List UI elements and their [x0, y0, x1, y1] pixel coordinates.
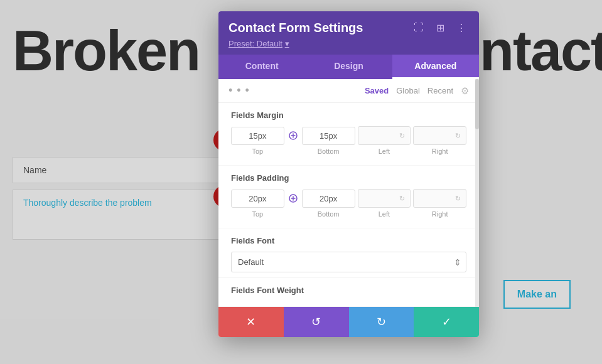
modal-title: Contact Form Settings [228, 21, 363, 35]
padding-right-label: Right [413, 210, 466, 218]
modal-preset[interactable]: Preset: Default ▾ [228, 39, 469, 48]
margin-right-empty: ↻ [413, 126, 466, 145]
margin-right-label: Right [413, 147, 466, 155]
margin-top-input[interactable] [231, 127, 284, 145]
fields-margin-section: Fields Margin ↻ ↻ Top [218, 103, 479, 166]
fields-padding-inputs: ↻ ↻ [231, 189, 466, 208]
tab-design[interactable]: Design [305, 55, 392, 79]
padding-right-empty: ↻ [413, 189, 466, 208]
fields-padding-section: Fields Padding ↻ ↻ Top [218, 166, 479, 228]
fields-font-weight-label: Fields Font Weight [231, 286, 466, 295]
settings-gear-icon[interactable]: ⚙ [461, 85, 469, 97]
modal-body: • • • Saved Global Recent ⚙ Fields Margi… [218, 79, 479, 307]
margin-link-icon[interactable] [287, 131, 299, 141]
margin-bottom-label: Bottom [302, 147, 355, 155]
layout-icon[interactable]: ⊞ [433, 20, 448, 35]
modal-tabs: Content Design Advanced [218, 55, 479, 79]
fields-font-label: Fields Font [231, 236, 466, 245]
modal-header: Contact Form Settings ⛶ ⊞ ⋮ Preset: Defa… [218, 11, 479, 55]
settings-bar: • • • Saved Global Recent ⚙ [218, 79, 479, 103]
fields-margin-label: Fields Margin [231, 110, 466, 120]
padding-bottom-label: Bottom [302, 210, 355, 218]
tab-content[interactable]: Content [218, 55, 305, 79]
modal-header-icons: ⛶ ⊞ ⋮ [411, 20, 469, 35]
fields-padding-labels: Top Bottom Left Right [231, 210, 466, 218]
padding-top-label: Top [231, 210, 284, 218]
contact-form-settings-modal: Contact Form Settings ⛶ ⊞ ⋮ Preset: Defa… [218, 11, 479, 337]
fields-font-select[interactable]: Default Open Sans Roboto Lato Montserrat [231, 252, 466, 272]
margin-left-label: Left [358, 147, 411, 155]
expand-icon[interactable]: ⛶ [411, 20, 426, 35]
cancel-button[interactable]: ✕ [218, 307, 284, 337]
fields-font-weight-section: Fields Font Weight [218, 278, 479, 307]
redo-button[interactable]: ↻ [349, 307, 414, 337]
saved-link[interactable]: Saved [365, 86, 389, 95]
padding-link-icon[interactable] [287, 193, 299, 203]
padding-top-input[interactable] [231, 190, 284, 208]
settings-dots: • • • [228, 84, 250, 97]
global-link[interactable]: Global [396, 86, 420, 95]
fields-margin-labels: Top Bottom Left Right [231, 147, 466, 155]
fields-font-section: Fields Font Default Open Sans Roboto Lat… [218, 228, 479, 278]
margin-bottom-input[interactable] [302, 127, 355, 145]
margin-top-label: Top [231, 147, 284, 155]
fields-padding-label: Fields Padding [231, 173, 466, 183]
more-options-icon[interactable]: ⋮ [454, 20, 469, 35]
padding-left-label: Left [358, 210, 411, 218]
scroll-indicator [475, 79, 479, 307]
fields-font-select-wrapper: Default Open Sans Roboto Lato Montserrat… [231, 252, 466, 272]
tab-advanced[interactable]: Advanced [392, 55, 479, 79]
modal-header-top: Contact Form Settings ⛶ ⊞ ⋮ [228, 20, 469, 35]
modal-footer: ✕ ↺ ↻ ✓ [218, 307, 479, 337]
save-button[interactable]: ✓ [414, 307, 479, 337]
scroll-thumb[interactable] [475, 79, 479, 129]
padding-bottom-input[interactable] [302, 190, 355, 208]
padding-left-empty: ↻ [358, 189, 411, 208]
fields-margin-inputs: ↻ ↻ [231, 126, 466, 145]
margin-left-empty: ↻ [358, 126, 411, 145]
undo-button[interactable]: ↺ [284, 307, 349, 337]
recent-link[interactable]: Recent [427, 86, 453, 95]
